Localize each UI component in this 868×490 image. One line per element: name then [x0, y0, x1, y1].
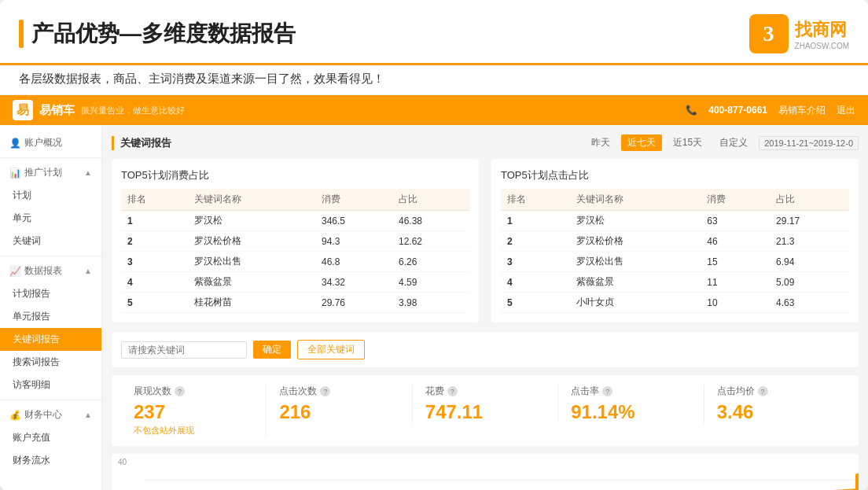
account-icon: 👤 — [9, 138, 21, 149]
date-tab-custom[interactable]: 自定义 — [713, 134, 754, 151]
all-keywords-button[interactable]: 全部关键词 — [297, 340, 365, 359]
phone-number: 400-877-0661 — [708, 105, 767, 116]
sidebar-item-plan-report[interactable]: 计划报告 — [0, 282, 101, 305]
app-logo-area: 易 易销车 振兴量告业，做生意比较好 — [13, 100, 185, 120]
sidebar-item-keyword[interactable]: 关键词 — [0, 230, 101, 252]
table-consumption: TOP5计划消费占比 排名 关键词名称 消费 占比 — [112, 159, 479, 322]
col-header-name-l: 关键词名称 — [188, 189, 315, 211]
section-header: 关键词报告 昨天 近七天 近15天 自定义 2019-11-21~2019-12… — [112, 134, 859, 151]
sidebar: 👤 账户概况 📊 推广计划 ▲ 计划 单元 — [0, 125, 102, 490]
clicks-table: 排名 关键词名称 消费 占比 1罗汉松6329.172罗汉松价格4621.33罗… — [501, 189, 849, 313]
stat-item-0: 展现次数 ? 237 不包含站外展现 — [121, 385, 267, 437]
stats-row: 展现次数 ? 237 不包含站外展现 点击次数 ? 216 花费 ? 747.1… — [112, 375, 859, 446]
consumption-table: 排名 关键词名称 消费 占比 1罗汉松346.546.382罗汉松价格94.31… — [121, 189, 469, 313]
date-tabs: 昨天 近七天 近15天 自定义 2019-11-21~2019-12-0 — [585, 134, 859, 151]
stat-value: 216 — [279, 401, 399, 423]
brand-logo: 3 找商网 ZHAOSW.COM — [749, 14, 849, 53]
sidebar-item-visitor-group[interactable]: 访客明细 — [0, 374, 101, 396]
sidebar-item-finance-center[interactable]: 💰 财务中心 ▲ — [0, 403, 101, 426]
app-header: 易 易销车 振兴量告业，做生意比较好 📞 400-877-0661 易销车介绍 … — [0, 95, 868, 125]
stat-item-4: 点击均价 ? 3.46 — [704, 385, 849, 423]
table-row: 4紫薇盆景34.324.59 — [121, 272, 469, 293]
stat-label: 点击均价 ? — [717, 385, 837, 398]
table-row: 5小叶女贞104.63 — [501, 293, 849, 313]
date-tab-7days[interactable]: 近七天 — [621, 134, 662, 151]
data-icon: 📈 — [9, 266, 21, 277]
subtitle: 各层级数据报表，商品、主词消费及渠道来源一目了然，效果看得见！ — [0, 65, 868, 95]
col-header-name-r: 关键词名称 — [570, 189, 701, 211]
finance-icon: 💰 — [9, 410, 21, 421]
sidebar-divider-3 — [0, 400, 101, 400]
stat-value: 237 — [134, 401, 253, 423]
chart-area: 40 30 20 — [112, 454, 859, 490]
info-icon: ? — [758, 386, 768, 396]
sidebar-item-promotion-plan[interactable]: 📊 推广计划 ▲ — [0, 161, 101, 184]
sidebar-item-keyword-report[interactable]: 关键词报告 — [0, 328, 101, 351]
stat-item-3: 点击率 ? 91.14% — [558, 385, 704, 423]
confirm-button[interactable]: 确定 — [253, 341, 291, 359]
col-header-rank-l: 排名 — [121, 189, 188, 211]
table-clicks-title: TOP5计划点击占比 — [501, 168, 849, 182]
nav-logout-link[interactable]: 退出 — [837, 104, 855, 117]
section-title: 关键词报告 — [112, 136, 171, 150]
app-name: 易销车 — [39, 103, 75, 118]
col-header-ratio-r: 占比 — [770, 189, 849, 211]
table-row: 1罗汉松6329.17 — [501, 211, 849, 231]
sidebar-item-flow-water[interactable]: 财务流水 — [0, 449, 101, 472]
keyword-search-input[interactable] — [121, 341, 247, 359]
sidebar-item-search-report[interactable]: 搜索词报告 — [0, 351, 101, 374]
app-logo-icon: 易 — [13, 100, 33, 120]
sidebar-section-data: 📈 数据报表 ▲ 计划报告 单元报告 关键词报告 搜索词报告 — [0, 260, 101, 396]
sidebar-item-account-overview[interactable]: 👤 账户概况 — [0, 131, 101, 154]
sidebar-section-promotion: 📊 推广计划 ▲ 计划 单元 关键词 — [0, 161, 101, 252]
sidebar-item-plan[interactable]: 计划 — [0, 184, 101, 207]
date-tab-15days[interactable]: 近15天 — [667, 134, 708, 151]
table-row: 3罗汉松出售156.94 — [501, 252, 849, 272]
stat-value: 747.11 — [425, 401, 545, 423]
date-range-display[interactable]: 2019-11-21~2019-12-0 — [759, 136, 859, 150]
sidebar-divider-2 — [0, 256, 101, 256]
stat-label: 点击率 ? — [571, 385, 690, 398]
col-header-cost-r: 消费 — [701, 189, 770, 211]
sidebar-item-unit-report[interactable]: 单元报告 — [0, 305, 101, 328]
sidebar-section-finance: 💰 财务中心 ▲ 账户充值 财务流水 — [0, 403, 101, 472]
logo-sub: ZHAOSW.COM — [795, 42, 849, 50]
table-row: 2罗汉松价格4621.3 — [501, 231, 849, 252]
sidebar-item-unit[interactable]: 单元 — [0, 207, 101, 230]
filter-row: 确定 全部关键词 — [112, 332, 859, 367]
date-tab-yesterday[interactable]: 昨天 — [585, 134, 616, 151]
table-consumption-title: TOP5计划消费占比 — [121, 168, 469, 182]
stat-value: 91.14% — [571, 401, 690, 423]
table-row: 4紫薇盆景115.09 — [501, 272, 849, 293]
stat-label: 点击次数 ? — [279, 385, 399, 398]
page-title: 产品优势—多维度数据报告 — [19, 19, 296, 49]
table-row: 1罗汉松346.546.38 — [121, 211, 469, 231]
tables-row: TOP5计划消费占比 排名 关键词名称 消费 占比 — [112, 159, 859, 322]
app-slogan: 振兴量告业，做生意比较好 — [81, 105, 185, 116]
col-header-ratio-l: 占比 — [392, 189, 469, 211]
y-label-40: 40 — [118, 458, 127, 466]
sidebar-divider-1 — [0, 157, 101, 158]
table-row: 5桂花树苗29.763.98 — [121, 293, 469, 313]
promotion-icon: 📊 — [9, 168, 21, 179]
col-header-rank-r: 排名 — [501, 189, 570, 211]
nav-intro-link[interactable]: 易销车介绍 — [778, 104, 826, 117]
chart-accent-bar — [855, 473, 859, 490]
table-clicks: TOP5计划点击占比 排名 关键词名称 消费 占比 — [491, 159, 859, 322]
stat-label: 展现次数 ? — [134, 385, 253, 398]
stat-label: 花费 ? — [425, 385, 545, 398]
app-header-right: 📞 400-877-0661 易销车介绍 退出 — [686, 104, 855, 117]
table-row: 2罗汉松价格94.312.62 — [121, 231, 469, 252]
chart-y-labels: 40 30 20 — [118, 458, 127, 490]
sidebar-item-recharge[interactable]: 账户充值 — [0, 426, 101, 449]
table-row: 3罗汉松出售46.86.26 — [121, 252, 469, 272]
stat-value: 3.46 — [717, 401, 837, 423]
stat-item-1: 点击次数 ? 216 — [267, 385, 412, 423]
sidebar-section-account: 👤 账户概况 — [0, 131, 101, 154]
logo-icon-box: 3 — [749, 14, 789, 53]
sidebar-item-data-report[interactable]: 📈 数据报表 ▲ — [0, 260, 101, 282]
info-icon: ? — [602, 386, 612, 396]
info-icon: ? — [320, 386, 330, 396]
chart-svg — [143, 463, 859, 490]
logo-symbol: 3 — [763, 21, 774, 46]
